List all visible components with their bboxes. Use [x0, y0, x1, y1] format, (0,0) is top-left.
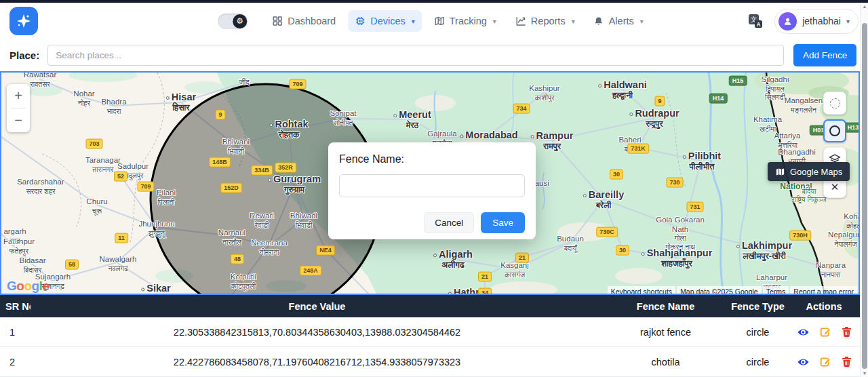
circle-icon — [829, 125, 840, 136]
user-menu[interactable]: jethabhai ▾ — [774, 9, 859, 34]
place-search-row: Place: Add Fence — [0, 39, 868, 71]
chevron-down-icon: ▾ — [846, 18, 850, 25]
road-badge: 9 — [215, 110, 225, 120]
zoom-in-button[interactable]: + — [7, 84, 30, 108]
scroll-up-icon[interactable]: ▲ — [861, 4, 868, 9]
map-label: Bidasarबिदासर — [20, 256, 46, 274]
google-logo[interactable]: Google — [7, 279, 49, 294]
search-places-input[interactable] — [47, 45, 784, 66]
road-badge: 731K — [627, 144, 649, 154]
attribution-link[interactable]: Report a map error — [790, 286, 857, 295]
map-label: Pilibhitपीलीभीत — [683, 151, 721, 172]
cell-sr-no: 1 — [0, 327, 31, 338]
place-label: Place: — [9, 49, 39, 61]
circle-tool[interactable] — [823, 119, 846, 142]
map-label: Sonipatसोनीपत — [330, 109, 356, 127]
road-badge: 30 — [616, 245, 629, 256]
delete-icon[interactable] — [842, 356, 852, 368]
fence-name-input[interactable] — [339, 174, 525, 197]
cell-actions — [788, 326, 860, 338]
map-label: Narnaulनारनौल — [218, 229, 245, 246]
map-label: Gola GokaranNathगोलागोकरन नाथ — [656, 216, 705, 251]
road-badge: 248A — [300, 266, 321, 276]
road-badge: H14 — [709, 94, 728, 104]
nav-right: 文 A jethabhai ▾ — [747, 9, 859, 34]
nav-item-label: Dashboard — [288, 16, 336, 26]
drawing-toolbar: ✕ — [823, 92, 846, 198]
column-header-sr-no: SR No — [0, 301, 31, 312]
scroll-down-icon[interactable]: ▼ — [861, 371, 868, 376]
nav-item-tracking[interactable]: Tracking▾ — [427, 10, 503, 32]
road-badge: 730 — [666, 178, 683, 188]
map-label: Rampurरामपुर — [531, 130, 574, 152]
road-badge: 58 — [65, 260, 79, 270]
dashed-circle-icon — [830, 98, 840, 108]
map-label: Meerutमेरठ — [393, 109, 431, 131]
gear-icon: ⚙ — [233, 14, 247, 28]
road-badge: 52 — [114, 172, 127, 182]
city-dot — [460, 134, 463, 138]
nav-item-dashboard[interactable]: Dashboard — [265, 10, 342, 32]
map-label: Attariyaअत्तरिया — [774, 132, 801, 149]
city-dot — [583, 194, 587, 197]
nav-item-reports[interactable]: Reports▾ — [509, 10, 582, 32]
edit-icon[interactable] — [820, 356, 831, 368]
chevron-down-icon: ▾ — [493, 18, 496, 25]
map-label: Nawalgarhनवलगढ — [100, 255, 137, 273]
map-canvas[interactable]: RawatsarरावतसरNoharनोहरBhadraभादराHisarह… — [0, 71, 860, 295]
road-badge: 21 — [478, 272, 492, 282]
attribution-link[interactable]: Terms — [763, 286, 789, 295]
map-label: Moradabad — [460, 130, 517, 141]
delete-icon[interactable] — [842, 326, 852, 338]
cell-fence-name: chotila — [604, 357, 728, 368]
scrollbar-thumb[interactable] — [862, 23, 867, 369]
cell-fence-type: circle — [728, 357, 788, 368]
map-label: Rohtakरोहतक — [269, 119, 308, 140]
theme-toggle[interactable]: ⚙ — [218, 14, 248, 29]
reports-chart-icon — [515, 16, 526, 26]
page-scrollbar[interactable]: ▲ ▼ — [860, 3, 868, 377]
chevron-down-icon: ▾ — [412, 18, 415, 25]
view-icon[interactable] — [797, 357, 810, 368]
road-badge: 9 — [654, 96, 665, 106]
avatar — [778, 12, 797, 31]
map-label: Sardarshaharसरदार शहर — [17, 178, 64, 195]
zoom-out-button[interactable]: − — [7, 108, 30, 132]
app-logo[interactable] — [9, 7, 38, 35]
cell-fence-value: 22.305338842315813,70.80344358630403,139… — [31, 327, 604, 338]
column-header-fence-type: Fence Type — [728, 301, 788, 312]
road-badge: 703 — [85, 139, 102, 149]
modal-actions: Cancel Save — [339, 212, 525, 233]
column-header-actions: Actions — [788, 301, 860, 312]
city-dot — [141, 287, 144, 291]
map-label: Aligarhअलीगढ — [433, 249, 473, 271]
map-label: argarhरगढ़ — [3, 227, 26, 245]
attribution-link[interactable]: Map data ©2025 Google — [677, 286, 762, 295]
edit-icon[interactable] — [820, 326, 831, 338]
save-button[interactable]: Save — [481, 212, 525, 233]
nav-item-label: Reports — [531, 16, 566, 26]
city-dot — [393, 114, 397, 117]
translate-icon[interactable]: 文 A — [747, 13, 764, 29]
cancel-button[interactable]: Cancel — [424, 212, 474, 233]
road-badge: 152D — [220, 183, 242, 193]
chevron-down-icon: ▾ — [572, 18, 575, 25]
navbar: ⚙ DashboardDevices▾Tracking▾Reports▾Aler… — [0, 3, 868, 39]
nav-item-devices[interactable]: Devices▾ — [348, 10, 422, 32]
main-nav: ⚙ DashboardDevices▾Tracking▾Reports▾Aler… — [218, 10, 650, 32]
nav-item-label: Devices — [370, 16, 406, 26]
nav-item-alerts[interactable]: Alerts▾ — [587, 10, 650, 32]
table-header: SR NoFence ValueFence NameFence TypeActi… — [0, 295, 860, 317]
road-badge: 30 — [610, 170, 623, 180]
road-badge: 734 — [513, 104, 530, 114]
view-icon[interactable] — [797, 327, 810, 338]
attribution-link[interactable]: Keyboard shortcuts — [608, 286, 675, 295]
add-fence-button[interactable]: Add Fence — [793, 44, 856, 66]
road-badge: 730H — [789, 231, 811, 241]
drag-circle-tool[interactable] — [823, 92, 846, 115]
map-label: Kohalकोहल — [844, 212, 860, 230]
city-dot — [531, 135, 534, 138]
road-badge: 731 — [686, 202, 703, 212]
city-dot — [629, 113, 633, 116]
road-badge: 334B — [251, 165, 273, 176]
